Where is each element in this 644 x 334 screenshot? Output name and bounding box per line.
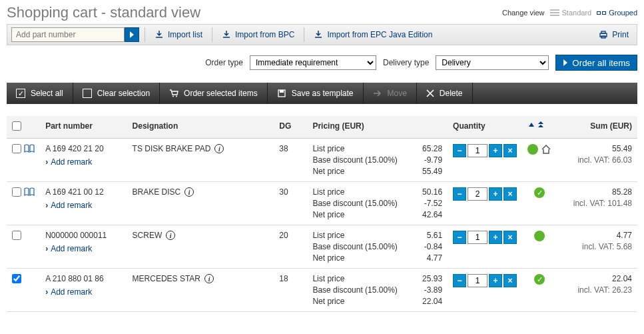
- row-checkbox[interactable]: [12, 274, 21, 283]
- price-label: Net price: [312, 253, 412, 263]
- price-label: Net price: [312, 210, 410, 219]
- action-bar: Select all Clear selection Order selecte…: [7, 83, 637, 104]
- add-remark-link[interactable]: Add remark: [45, 157, 92, 167]
- qty-remove-button[interactable]: ×: [503, 231, 517, 244]
- qty-input[interactable]: [468, 187, 487, 201]
- view-standard-button[interactable]: Standard: [550, 9, 592, 17]
- qty-remove-button[interactable]: ×: [503, 144, 517, 157]
- add-remark-link[interactable]: Add remark: [45, 201, 92, 210]
- qty-increase-button[interactable]: +: [489, 274, 502, 287]
- view-grouped-button[interactable]: Grouped: [597, 9, 637, 17]
- print-label: Print: [612, 30, 629, 39]
- row-checkbox[interactable]: [12, 231, 21, 240]
- select-all-button[interactable]: Select all: [7, 83, 73, 104]
- price-value: -0.84: [424, 242, 442, 251]
- row-checkbox[interactable]: [12, 144, 21, 153]
- order-all-button[interactable]: Order all items: [555, 55, 637, 71]
- dg-value: 20: [274, 225, 307, 269]
- price-value: 4.77: [424, 253, 442, 263]
- col-sum: Sum (EUR): [557, 116, 637, 139]
- price-label: List price: [312, 274, 410, 283]
- order-selected-button[interactable]: Order selected items: [160, 83, 268, 104]
- print-button[interactable]: Print: [595, 29, 633, 41]
- info-icon[interactable]: i: [166, 231, 175, 240]
- qty-decrease-button[interactable]: −: [453, 144, 466, 157]
- qty-remove-button[interactable]: ×: [503, 187, 517, 201]
- status-check-icon: ✓: [534, 274, 545, 285]
- col-quantity: Quantity: [448, 116, 522, 139]
- dg-value: 38: [274, 139, 307, 182]
- book-icon[interactable]: [24, 187, 35, 197]
- col-part-number: Part number: [40, 116, 127, 139]
- price-value: 25.93: [422, 274, 442, 283]
- qty-increase-button[interactable]: +: [489, 187, 502, 201]
- chevron-right-icon: [563, 59, 568, 66]
- sort-double-icon[interactable]: [537, 121, 545, 129]
- import-icon: [314, 30, 323, 39]
- qty-decrease-button[interactable]: −: [453, 231, 466, 244]
- row-checkbox[interactable]: [12, 187, 21, 197]
- part-number-text: A 169 420 21 20: [45, 144, 121, 153]
- designation-text: BRAKE DISC: [133, 187, 181, 197]
- save-template-label: Save as template: [292, 89, 354, 98]
- svg-rect-1: [601, 31, 605, 33]
- view-switch: Change view Standard Grouped: [502, 9, 637, 17]
- book-icon[interactable]: [24, 144, 35, 153]
- clear-selection-button[interactable]: Clear selection: [73, 83, 160, 104]
- qty-input[interactable]: [468, 274, 487, 287]
- move-label: Move: [388, 89, 407, 98]
- save-template-button[interactable]: Save as template: [268, 83, 364, 104]
- qty-increase-button[interactable]: +: [489, 144, 502, 157]
- checkbox-checked-icon: [16, 89, 25, 98]
- order-all-label: Order all items: [572, 58, 630, 68]
- price-label: Base discount (15.00%): [312, 285, 410, 295]
- import-bpc-button[interactable]: Import from BPC: [218, 29, 298, 41]
- order-type-select[interactable]: Immediate requirement: [250, 55, 376, 70]
- designation-text: MERCEDES STAR: [133, 274, 200, 283]
- top-toolbar: Import list Import from BPC Import from …: [7, 24, 637, 45]
- move-button[interactable]: Move: [364, 83, 417, 104]
- close-icon: [426, 89, 434, 97]
- delivery-type-select[interactable]: Delivery: [436, 55, 549, 70]
- order-selected-label: Order selected items: [184, 89, 258, 98]
- add-part-go-button[interactable]: [125, 27, 139, 42]
- add-remark-link[interactable]: Add remark: [45, 244, 92, 253]
- delete-button[interactable]: Delete: [417, 83, 473, 104]
- qty-increase-button[interactable]: +: [489, 231, 502, 244]
- status-check-icon: ✓: [534, 187, 545, 198]
- import-list-label: Import list: [168, 30, 202, 39]
- delivery-type-label: Delivery type: [383, 58, 429, 67]
- col-designation: Designation: [127, 116, 274, 139]
- order-type-label: Order type: [205, 58, 243, 67]
- table-row: A 169 420 21 20Add remarkTS DISK BRAKE P…: [7, 139, 637, 182]
- info-icon[interactable]: i: [204, 274, 214, 283]
- col-status: [522, 116, 557, 139]
- lines-icon: [550, 9, 559, 16]
- qty-decrease-button[interactable]: −: [453, 274, 466, 287]
- order-bar: Order type Immediate requirement Deliver…: [0, 45, 644, 83]
- price-value: 42.64: [422, 210, 442, 219]
- info-icon[interactable]: i: [184, 187, 194, 197]
- sum-value: 4.77: [563, 231, 632, 240]
- dg-value: 30: [274, 182, 307, 225]
- add-part-input[interactable]: [11, 27, 125, 42]
- page-title: Shopping cart - standard view: [7, 4, 200, 21]
- move-icon: [373, 89, 382, 97]
- part-number-text: A 169 421 00 12: [45, 187, 121, 197]
- add-remark-link[interactable]: Add remark: [45, 287, 92, 297]
- price-value: -9.79: [422, 155, 442, 165]
- header-checkbox[interactable]: [12, 121, 21, 131]
- sum-vat-value: incl. VAT: 26.23: [563, 285, 632, 295]
- svg-rect-6: [280, 90, 284, 93]
- qty-decrease-button[interactable]: −: [453, 187, 466, 201]
- qty-input[interactable]: [468, 231, 487, 244]
- import-list-button[interactable]: Import list: [151, 29, 206, 41]
- sort-up-icon[interactable]: [527, 121, 535, 129]
- sum-vat-value: incl. VAT: 5.68: [563, 242, 632, 251]
- qty-input[interactable]: [468, 144, 487, 157]
- import-epc-button[interactable]: Import from EPC Java Edition: [310, 29, 436, 41]
- info-icon[interactable]: i: [214, 144, 224, 153]
- cart-icon: [169, 89, 178, 98]
- qty-remove-button[interactable]: ×: [503, 274, 517, 287]
- price-value: 5.61: [424, 231, 442, 240]
